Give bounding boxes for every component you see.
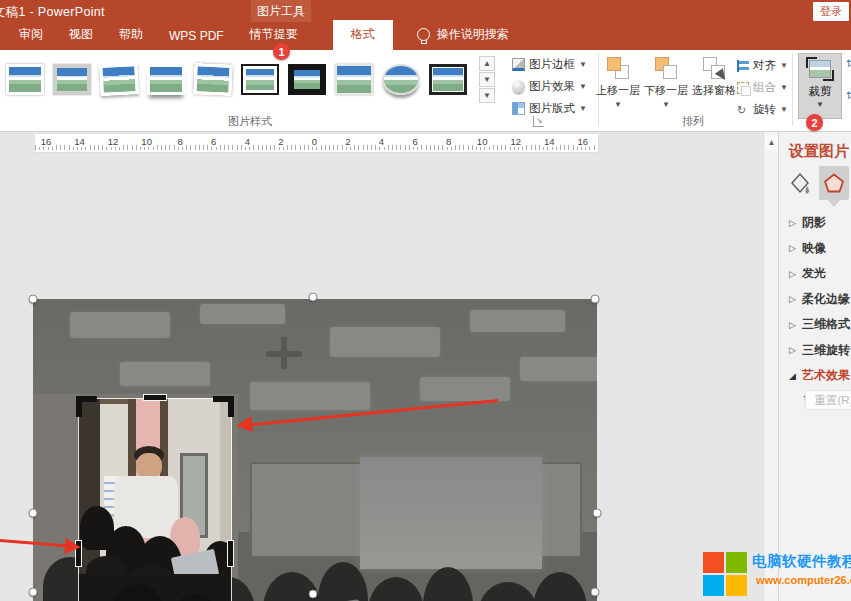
picture-style-thumb[interactable] (335, 64, 373, 95)
ribbon: ▲ ▼ ▼ 图片边框 ▼ 图片效果 ▼ 图片版式 ▼ 上移一层 ▼ (0, 50, 851, 132)
picture-border-button[interactable]: 图片边框 ▼ (512, 55, 587, 73)
crop-label: 裁剪 (809, 84, 832, 99)
selection-handle-top-right[interactable] (591, 295, 600, 304)
picture-effects-button[interactable]: 图片效果 ▼ (512, 77, 587, 95)
picture-style-thumb[interactable] (382, 64, 420, 95)
step-badge-1: 1 (273, 43, 290, 60)
section-3d-format[interactable]: ▷ 三维格式 (789, 316, 851, 333)
picture-styles-gallery: ▲ ▼ ▼ (6, 56, 495, 103)
selection-pane-icon (703, 57, 725, 79)
picture-tools-context-header: 图片工具 (251, 0, 311, 22)
tab-help[interactable]: 帮助 (106, 20, 156, 50)
tab-view[interactable]: 视图 (56, 20, 106, 50)
group-label-arrange: 排列 (682, 114, 704, 129)
step-badge-2: 2 (806, 114, 823, 131)
crop-handle-top-left[interactable] (76, 396, 97, 417)
tab-review[interactable]: 审阅 (6, 20, 56, 50)
watermark-site-name: 电脑软硬件教程网 (752, 552, 851, 571)
bring-forward-icon (607, 57, 629, 79)
group-button[interactable]: 组合 ▼ (737, 79, 788, 96)
gallery-more-icon[interactable]: ▼ (479, 88, 495, 103)
section-label: 柔化边缘 (802, 291, 850, 308)
crop-button[interactable]: 裁剪 ▼ (798, 53, 842, 119)
group-label: 组合 (753, 80, 776, 95)
section-label: 阴影 (802, 214, 826, 231)
picture-layout-icon (512, 102, 525, 115)
chevron-down-icon: ▼ (579, 104, 587, 113)
section-3d-rotation[interactable]: ▷ 三维旋转 (789, 342, 851, 359)
fill-bucket-icon[interactable] (787, 169, 813, 197)
section-glow[interactable]: ▷ 发光 (789, 265, 851, 282)
ruler-number: 2 (276, 136, 285, 147)
selection-handle-bottom-right[interactable] (591, 588, 600, 597)
login-button[interactable]: 登录 (813, 2, 849, 21)
width-stepper-partial[interactable]: ⇅ (846, 90, 851, 101)
picture-style-thumb[interactable] (241, 64, 279, 95)
ruler-number: 4 (377, 136, 386, 147)
selection-handle-middle-right[interactable] (593, 509, 602, 518)
slide-canvas[interactable]: 1614121086420246810121416 (0, 132, 763, 601)
rotate-label: 旋转 (753, 102, 776, 117)
send-backward-label: 下移一层 (644, 83, 688, 98)
selection-handle-top-center[interactable] (309, 293, 318, 302)
vertical-scrollbar[interactable]: ▲ (763, 132, 778, 601)
selection-pane-button[interactable]: 选择窗格 (691, 54, 737, 116)
tell-me-search[interactable]: 操作说明搜索 (407, 20, 519, 50)
group-separator (792, 54, 793, 126)
picture-style-thumb[interactable] (193, 63, 232, 96)
send-backward-button[interactable]: 下移一层 ▼ (643, 54, 689, 116)
ruler-number: 8 (176, 136, 185, 147)
section-artistic-effects-expanded[interactable]: ◢ 艺术效果 (789, 367, 851, 384)
dialog-launcher-icon[interactable]: ↘ (533, 116, 544, 127)
chevron-down-icon: ▼ (662, 100, 670, 109)
crop-handle-top[interactable] (143, 394, 167, 401)
align-label: 对齐 (753, 58, 776, 73)
chevron-down-icon: ▼ (614, 100, 622, 109)
chevron-down-icon: ▼ (579, 82, 587, 91)
effects-pentagon-icon[interactable] (819, 166, 849, 200)
picture-style-thumb[interactable] (6, 64, 44, 95)
title-bar: 文稿1 - PowerPoint 图片工具 登录 (0, 0, 851, 22)
picture-layout-button[interactable]: 图片版式 ▼ (512, 99, 587, 117)
selection-handle-top-left[interactable] (29, 295, 38, 304)
tab-format-active[interactable]: 格式 (333, 20, 393, 50)
bring-forward-button[interactable]: 上移一层 ▼ (595, 54, 641, 116)
scroll-up-icon[interactable]: ▲ (765, 135, 778, 150)
section-shadow[interactable]: ▷ 阴影 (789, 214, 851, 231)
picture-style-thumb[interactable] (53, 64, 91, 95)
height-stepper-partial[interactable]: ⇅ (846, 58, 851, 69)
picture-effects-icon (512, 80, 525, 93)
crop-handle-right[interactable] (227, 540, 234, 567)
picture-border-label: 图片边框 (529, 57, 575, 72)
gallery-up-icon[interactable]: ▲ (479, 56, 495, 71)
crop-handle-top-right[interactable] (213, 396, 234, 417)
picture-style-thumb[interactable] (429, 64, 467, 95)
align-button[interactable]: 对齐 ▼ (737, 57, 788, 74)
selection-handle-middle-left[interactable] (29, 509, 38, 518)
picture-style-thumb[interactable] (147, 64, 185, 95)
expand-triangle-icon: ▷ (789, 345, 796, 355)
crop-window[interactable] (78, 398, 232, 601)
picture-style-thumb[interactable] (99, 63, 139, 96)
picture-style-buttons: 图片边框 ▼ 图片效果 ▼ 图片版式 ▼ (512, 55, 587, 117)
expand-triangle-icon: ▷ (789, 320, 796, 330)
picture-style-thumb[interactable] (288, 64, 326, 95)
group-label-picture-styles: 图片样式 (228, 114, 272, 129)
gallery-down-icon[interactable]: ▼ (479, 72, 495, 87)
section-reflection[interactable]: ▷ 映像 (789, 240, 851, 257)
ruler-number: 6 (410, 136, 419, 147)
selection-handle-bottom-center[interactable] (309, 590, 318, 599)
horizontal-ruler: 1614121086420246810121416 (35, 134, 598, 152)
selection-handle-bottom-left[interactable] (29, 588, 38, 597)
reset-button[interactable]: 重置(R) (805, 390, 851, 410)
picture-layout-label: 图片版式 (529, 101, 575, 116)
chevron-down-icon: ▼ (780, 61, 788, 70)
ruler-number: 2 (343, 136, 352, 147)
tab-wps-pdf[interactable]: WPS PDF (156, 23, 237, 50)
section-soft-edges[interactable]: ▷ 柔化边缘 (789, 291, 851, 308)
align-icon (737, 60, 749, 72)
section-label: 三维格式 (802, 316, 850, 333)
rotate-button[interactable]: ↻ 旋转 ▼ (737, 101, 788, 118)
bring-forward-label: 上移一层 (596, 83, 640, 98)
crop-icon (809, 60, 831, 78)
